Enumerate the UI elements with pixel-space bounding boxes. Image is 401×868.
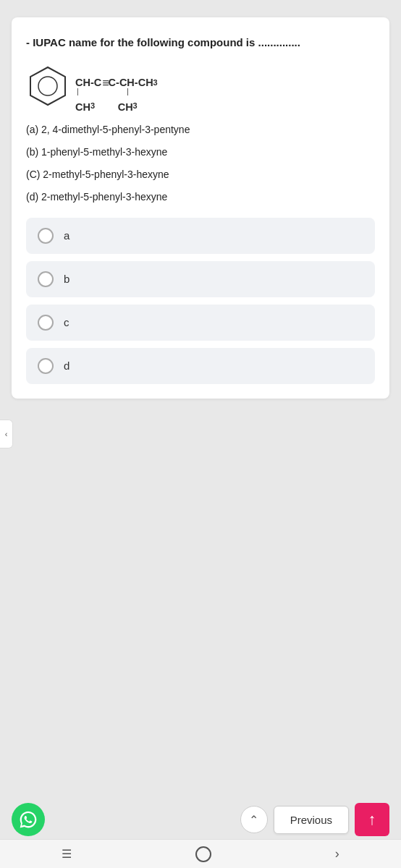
bottom-navigation-bar: ⌃ Previous ↑ — [0, 803, 401, 836]
question-card: - IUPAC name for the following compound … — [12, 17, 389, 399]
question-text: - IUPAC name for the following compound … — [26, 35, 375, 51]
chemical-formula-display: CH-C ≡ C-CH-CH 3 CH-C≡C- CH 3 CH3 | — [75, 76, 158, 95]
option-text-d: (d) 2-methyl-5-phenyl-3-hexyne — [26, 190, 375, 205]
radio-option-c[interactable]: c — [26, 305, 375, 341]
home-nav-icon[interactable] — [195, 846, 211, 862]
radio-label-b: b — [64, 273, 69, 285]
menu-nav-icon[interactable]: ☰ — [62, 847, 72, 861]
option-text-b: (b) 1-phenyl-5-methyl-3-hexyne — [26, 145, 375, 160]
chevron-left-icon: ‹ — [5, 430, 8, 438]
svg-point-1 — [38, 77, 57, 95]
option-text-c: (C) 2-methyl-5-phenyl-3-hexyne — [26, 167, 375, 182]
radio-label-a: a — [64, 229, 69, 242]
radio-circle-c — [38, 315, 54, 331]
radio-option-b[interactable]: b — [26, 261, 375, 297]
radio-option-d[interactable]: d — [26, 348, 375, 384]
chevron-up-icon: ⌃ — [249, 813, 258, 827]
benzene-ring-icon — [26, 64, 69, 108]
android-nav-bar: ☰ › — [0, 839, 401, 868]
radio-circle-d — [38, 358, 54, 374]
radio-circle-a — [38, 228, 54, 244]
compound-diagram: CH-C ≡ C-CH-CH 3 CH-C≡C- CH 3 CH3 | — [26, 64, 375, 108]
radio-circle-b — [38, 271, 54, 287]
radio-label-c: c — [64, 316, 69, 328]
forward-nav-icon[interactable]: › — [335, 846, 339, 861]
options-text-list: (a) 2, 4-dimethyl-5-phenyl-3-pentyne (b)… — [26, 122, 375, 205]
next-button[interactable]: ↑ — [355, 803, 389, 836]
up-arrow-icon: ↑ — [368, 810, 376, 829]
scroll-up-button[interactable]: ⌃ — [240, 806, 268, 833]
radio-options-group: a b c d — [26, 218, 375, 384]
radio-label-d: d — [64, 359, 69, 372]
option-text-a: (a) 2, 4-dimethyl-5-phenyl-3-pentyne — [26, 122, 375, 137]
sidebar-collapse-arrow[interactable]: ‹ — [0, 420, 13, 448]
radio-option-a[interactable]: a — [26, 218, 375, 254]
previous-button[interactable]: Previous — [274, 806, 349, 834]
svg-marker-0 — [30, 67, 65, 105]
